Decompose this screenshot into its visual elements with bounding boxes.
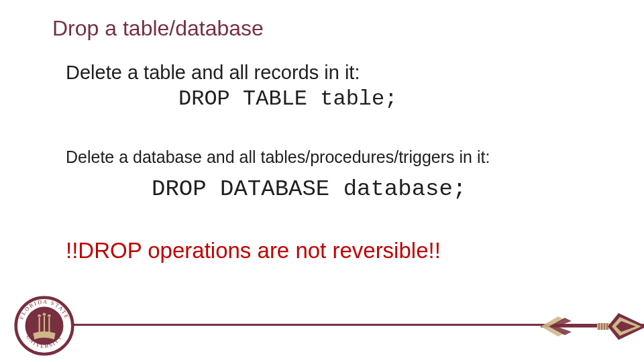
slide-body: Delete a table and all records in it: DR… <box>66 62 604 263</box>
warning-text: !!DROP operations are not reversible!! <box>66 238 604 263</box>
fsu-seal-icon: FLORIDA STATE UNIVERSITY 1851 <box>13 295 75 357</box>
slide-title: Drop a table/database <box>52 16 264 41</box>
intro-drop-database: Delete a database and all tables/procedu… <box>66 147 604 167</box>
seal-year: 1851 <box>39 333 50 339</box>
code-drop-database: DROP DATABASE database; <box>152 176 604 202</box>
spear-icon <box>541 303 644 350</box>
intro-drop-table: Delete a table and all records in it: <box>66 62 604 84</box>
slide: Drop a table/database Delete a table and… <box>0 0 644 362</box>
code-drop-table: DROP TABLE table; <box>178 86 604 111</box>
